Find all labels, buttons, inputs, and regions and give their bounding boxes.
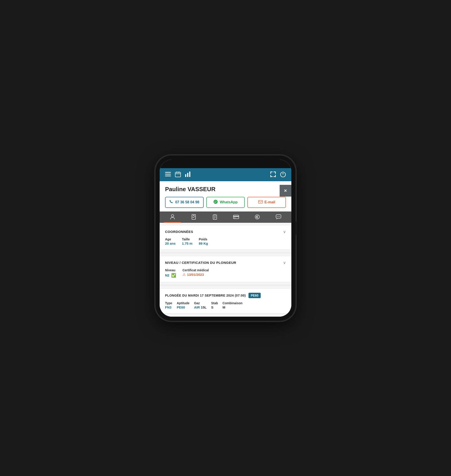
certificat-date: 13/01/2023 <box>187 273 204 277</box>
svg-rect-20 <box>258 200 263 203</box>
certificat-date-row: ⚠ 13/01/2023 <box>182 272 209 277</box>
power-icon[interactable] <box>280 171 286 178</box>
certificat-col: Certificat médical ⚠ 13/01/2023 <box>182 268 209 278</box>
stab-label: Stab <box>211 301 218 305</box>
niveau-values: N2 ✅ <box>165 273 176 278</box>
whatsapp-button[interactable]: WhatsApp <box>206 197 245 208</box>
section-gap-2 <box>160 284 291 286</box>
card-icon <box>233 215 239 220</box>
patient-name: Pauline VASSEUR <box>165 186 286 193</box>
checklist-icon <box>191 214 196 220</box>
svg-rect-0 <box>165 172 171 173</box>
phone-notch <box>160 160 291 168</box>
niveau-check-icon: ✅ <box>171 273 176 278</box>
pe-badge: PE60 <box>249 293 261 298</box>
certificat-label: Certificat médical <box>182 268 209 272</box>
svg-rect-6 <box>175 174 181 174</box>
email-button[interactable]: E-mail <box>247 197 286 208</box>
svg-point-19 <box>213 200 218 204</box>
app-header <box>160 168 291 181</box>
coordonnees-header: COORDONNÉES ∨ <box>165 229 286 234</box>
chat-icon <box>276 214 281 220</box>
certification-info: Niveau N2 ✅ Certificat médical ⚠ 13/01/2… <box>165 268 286 278</box>
svg-rect-7 <box>185 174 186 177</box>
tab-bar <box>160 212 291 223</box>
tab-euro[interactable] <box>247 214 268 223</box>
plongee-info: Type FN3 Aptitude PE60 Gaz AIR 15L <box>165 301 286 309</box>
coordonnees-section: COORDONNÉES ∨ Age 20 ans Taille 1.75 m P… <box>160 225 291 250</box>
side-button <box>295 221 297 235</box>
type-label: Type <box>165 301 172 305</box>
certification-header: NIVEAU / CERTIFICATION DU PLONGEUR ∨ <box>165 260 286 265</box>
gaz-type: AIR <box>194 305 200 309</box>
svg-rect-11 <box>270 172 271 174</box>
tab-person[interactable] <box>162 214 183 223</box>
svg-rect-1 <box>165 174 171 174</box>
type-col: Type FN3 <box>165 301 172 309</box>
taille-value: 1.75 m <box>182 242 193 245</box>
coordonnees-title: COORDONNÉES <box>165 230 193 234</box>
phone-number: 07 36 58 04 98 <box>175 200 199 204</box>
phone-icon <box>169 200 173 205</box>
whatsapp-label: WhatsApp <box>220 200 238 204</box>
plongee-header-row: PLONGÉE DU MARDI 17 SEPTEMBRE 2024 (07:0… <box>165 293 286 298</box>
warning-icon: ⚠ <box>182 272 186 277</box>
svg-point-36 <box>277 216 278 217</box>
whatsapp-icon <box>213 199 218 205</box>
gaz-col: Gaz AIR 15L <box>194 301 207 309</box>
plongee-header: PLONGÉE DU MARDI 17 SEPTEMBRE 2024 (07:0… <box>165 293 261 298</box>
svg-point-38 <box>279 216 280 217</box>
email-label: E-mail <box>264 200 275 204</box>
phone-button[interactable]: 07 36 58 04 98 <box>165 197 204 208</box>
svg-rect-23 <box>193 215 194 216</box>
tab-card[interactable] <box>226 215 247 222</box>
svg-rect-8 <box>187 173 188 177</box>
section-gap-1 <box>160 252 291 254</box>
certification-chevron[interactable]: ∨ <box>283 260 286 265</box>
age-label: Age <box>165 238 176 241</box>
svg-rect-4 <box>176 172 177 173</box>
svg-rect-5 <box>179 172 179 173</box>
age-value: 20 ans <box>165 242 176 245</box>
header-right-icons <box>270 171 286 178</box>
aptitude-value: PE60 <box>177 305 190 309</box>
svg-rect-31 <box>234 218 235 218</box>
svg-rect-25 <box>214 214 216 215</box>
combinaison-label: Combinaison <box>223 301 243 305</box>
tab-checklist[interactable] <box>183 214 204 223</box>
tab-clipboard[interactable] <box>204 214 226 223</box>
email-icon <box>258 200 263 205</box>
aptitude-label: Aptitude <box>177 301 190 305</box>
tab-chat[interactable] <box>268 214 289 223</box>
age-col: Age 20 ans <box>165 238 176 245</box>
svg-point-21 <box>171 214 174 217</box>
taille-col: Taille 1.75 m <box>182 238 193 245</box>
svg-rect-30 <box>233 216 239 217</box>
niveau-label: Niveau <box>165 268 176 272</box>
chart-icon[interactable] <box>185 172 191 178</box>
combinaison-value: M <box>223 305 243 309</box>
header-left-icons <box>165 171 191 178</box>
stab-value: S <box>211 305 218 309</box>
svg-rect-13 <box>275 172 276 174</box>
aptitude-col: Aptitude PE60 <box>177 301 190 309</box>
main-content: × Pauline VASSEUR 07 36 58 04 98 <box>160 181 291 317</box>
profile-card: × Pauline VASSEUR 07 36 58 04 98 <box>160 181 291 212</box>
certification-title: NIVEAU / CERTIFICATION DU PLONGEUR <box>165 261 236 264</box>
gaz-volume: 15L <box>201 305 207 309</box>
type-value: FN3 <box>165 305 172 309</box>
person-icon <box>170 214 175 220</box>
niveau-value: N2 <box>165 273 169 277</box>
svg-rect-24 <box>213 215 217 219</box>
svg-rect-17 <box>275 175 276 177</box>
menu-icon[interactable] <box>165 172 171 177</box>
calendar-icon[interactable] <box>175 171 181 178</box>
coordonnees-chevron[interactable]: ∨ <box>283 229 286 234</box>
svg-rect-3 <box>175 172 181 177</box>
certification-section: NIVEAU / CERTIFICATION DU PLONGEUR ∨ Niv… <box>160 256 291 282</box>
svg-rect-2 <box>165 176 171 176</box>
close-button[interactable]: × <box>280 185 291 197</box>
poids-value: 89 Kg <box>199 242 208 245</box>
expand-icon[interactable] <box>270 171 276 178</box>
niveau-col: Niveau N2 ✅ <box>165 268 176 278</box>
